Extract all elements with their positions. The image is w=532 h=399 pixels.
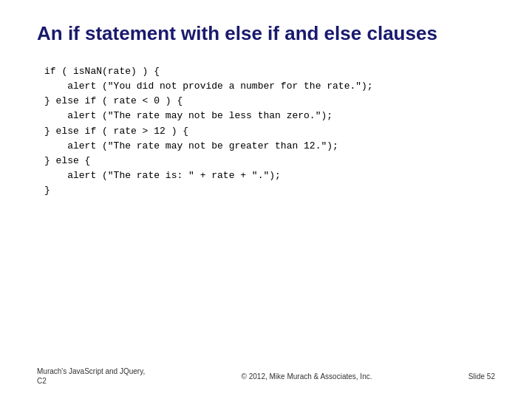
code-block: if ( isNaN(rate) ) { alert ("You did not… (37, 58, 495, 204)
footer-right: Slide 52 (468, 372, 495, 381)
code-line-1: if ( isNaN(rate) ) { (44, 64, 488, 79)
footer-left: Murach's JavaScript and JQuery, C2 (37, 366, 145, 386)
footer-left-line2: C2 (37, 376, 145, 386)
footer-center: © 2012, Mike Murach & Associates, Inc. (242, 372, 372, 381)
code-line-3: } else if ( rate < 0 ) { (44, 94, 488, 109)
code-line-4: alert ("The rate may not be less than ze… (44, 109, 488, 123)
slide-title: An if statement with else if and else cl… (37, 22, 495, 45)
footer: Murach's JavaScript and JQuery, C2 © 201… (0, 366, 532, 386)
code-line-9: } (44, 183, 488, 198)
code-line-8: alert ("The rate is: " + rate + "."); (44, 168, 488, 183)
slide: An if statement with else if and else cl… (0, 0, 532, 399)
code-line-5: } else if ( rate > 12 ) { (44, 124, 488, 139)
code-line-7: } else { (44, 154, 488, 168)
code-line-2: alert ("You did not provide a number for… (44, 79, 488, 94)
footer-left-line1: Murach's JavaScript and JQuery, (37, 366, 145, 376)
code-line-6: alert ("The rate may not be greater than… (44, 139, 488, 154)
